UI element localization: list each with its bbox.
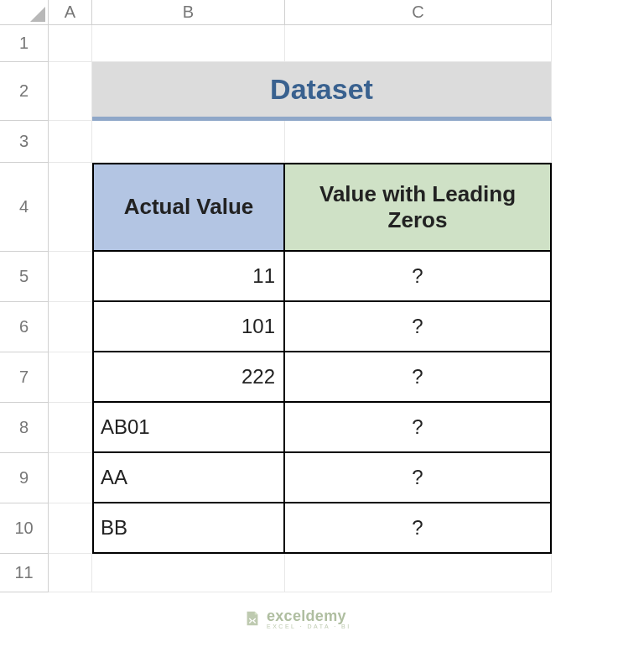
cell-A6[interactable]	[49, 302, 92, 352]
column-headers-row: A B C	[0, 0, 644, 25]
row-3: 3	[0, 121, 644, 163]
row-header-8[interactable]: 8	[0, 403, 49, 453]
col-header-C[interactable]: C	[285, 0, 552, 25]
cell-actual-5[interactable]: BB	[92, 503, 285, 554]
row-1: 1	[0, 25, 644, 62]
cell-A8[interactable]	[49, 403, 92, 453]
row-11: 11	[0, 554, 644, 592]
dataset-title[interactable]: Dataset	[92, 62, 552, 121]
cell-result-2[interactable]: ?	[285, 352, 552, 403]
cell-result-0[interactable]: ?	[285, 252, 552, 302]
select-all-corner[interactable]	[0, 0, 49, 25]
spreadsheet: A B C 1 2 Dataset 3 4 Actual Value Value…	[0, 0, 644, 652]
row-header-7[interactable]: 7	[0, 352, 49, 403]
col-header-A[interactable]: A	[49, 0, 92, 25]
watermark-text-block: exceldemy EXCEL · DATA · BI	[267, 608, 351, 629]
cell-B11[interactable]	[92, 554, 285, 592]
row-2: 2 Dataset	[0, 62, 644, 121]
cell-A9[interactable]	[49, 453, 92, 503]
row-header-5[interactable]: 5	[0, 252, 49, 302]
row-header-9[interactable]: 9	[0, 453, 49, 503]
cell-actual-3[interactable]: AB01	[92, 403, 285, 453]
cell-A4[interactable]	[49, 163, 92, 252]
row-header-10[interactable]: 10	[0, 503, 49, 554]
header-leading-zeros[interactable]: Value with Leading Zeros	[285, 163, 552, 252]
cell-actual-0[interactable]: 11	[92, 252, 285, 302]
cell-result-5[interactable]: ?	[285, 503, 552, 554]
cell-A11[interactable]	[49, 554, 92, 592]
cell-C1[interactable]	[285, 25, 552, 62]
row-7: 7 222 ?	[0, 352, 644, 403]
cell-result-1[interactable]: ?	[285, 302, 552, 352]
cell-A7[interactable]	[49, 352, 92, 403]
row-header-1[interactable]: 1	[0, 25, 49, 62]
row-header-4[interactable]: 4	[0, 163, 49, 252]
row-10: 10 BB ?	[0, 503, 644, 554]
cell-result-3[interactable]: ?	[285, 403, 552, 453]
watermark: exceldemy EXCEL · DATA · BI	[243, 608, 351, 629]
row-header-6[interactable]: 6	[0, 302, 49, 352]
row-5: 5 11 ?	[0, 252, 644, 302]
cell-A2[interactable]	[49, 62, 92, 121]
cell-A5[interactable]	[49, 252, 92, 302]
row-header-3[interactable]: 3	[0, 121, 49, 163]
row-6: 6 101 ?	[0, 302, 644, 352]
cell-actual-1[interactable]: 101	[92, 302, 285, 352]
cell-B1[interactable]	[92, 25, 285, 62]
watermark-tagline: EXCEL · DATA · BI	[267, 623, 351, 629]
col-header-B[interactable]: B	[92, 0, 285, 25]
cell-A3[interactable]	[49, 121, 92, 163]
cell-actual-4[interactable]: AA	[92, 453, 285, 503]
cell-C3[interactable]	[285, 121, 552, 163]
cell-actual-2[interactable]: 222	[92, 352, 285, 403]
row-header-11[interactable]: 11	[0, 554, 49, 592]
header-actual-value[interactable]: Actual Value	[92, 163, 285, 252]
cell-A10[interactable]	[49, 503, 92, 554]
watermark-brand: exceldemy	[267, 608, 346, 624]
cell-C11[interactable]	[285, 554, 552, 592]
cell-A1[interactable]	[49, 25, 92, 62]
row-header-2[interactable]: 2	[0, 62, 49, 121]
row-9: 9 AA ?	[0, 453, 644, 503]
row-8: 8 AB01 ?	[0, 403, 644, 453]
sheet-icon	[243, 609, 262, 628]
row-4: 4 Actual Value Value with Leading Zeros	[0, 163, 644, 252]
cell-B3[interactable]	[92, 121, 285, 163]
cell-result-4[interactable]: ?	[285, 453, 552, 503]
